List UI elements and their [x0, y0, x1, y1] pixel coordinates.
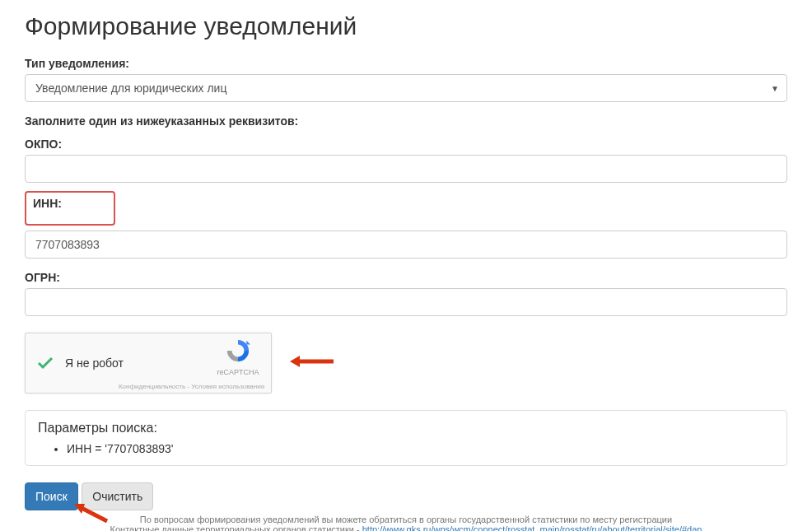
search-params-title: Параметры поиска:	[38, 421, 774, 436]
checkmark-icon	[35, 353, 55, 373]
inn-highlight-box: ИНН:	[25, 191, 115, 226]
notification-type-select[interactable]: Уведомление для юридических лиц	[25, 74, 787, 102]
fill-one-label: Заполните один из нижеуказанных реквизит…	[25, 114, 787, 128]
ogrn-label: ОГРН:	[25, 271, 787, 284]
arrow-annotation-icon	[70, 501, 111, 529]
notification-type-label: Тип уведомления:	[25, 57, 787, 70]
recaptcha-box[interactable]: Я не робот reCAPTCHA Конфиденциальность …	[25, 333, 272, 394]
ogrn-input[interactable]	[25, 288, 787, 316]
svg-marker-0	[246, 341, 250, 345]
recaptcha-label: Я не робот	[65, 356, 124, 370]
okpo-input[interactable]	[25, 155, 787, 183]
recaptcha-terms: Конфиденциальность - Условия использован…	[119, 383, 264, 390]
footer-link[interactable]: http://www.gks.ru/wps/wcm/connect/rossta…	[362, 524, 702, 531]
search-params-item: ИНН = '7707083893'	[67, 442, 774, 455]
okpo-label: ОКПО:	[25, 137, 787, 151]
arrow-annotation-icon	[288, 349, 338, 377]
search-params-panel: Параметры поиска: ИНН = '7707083893'	[25, 410, 787, 466]
inn-label: ИНН:	[33, 197, 107, 210]
recaptcha-logo: reCAPTCHA	[213, 338, 263, 376]
svg-line-3	[80, 507, 107, 521]
footer-text: По вопросам формирования уведомлений вы …	[25, 515, 787, 531]
page-title: Формирование уведомлений	[25, 12, 787, 40]
svg-marker-2	[290, 356, 300, 367]
inn-input[interactable]	[25, 231, 787, 259]
